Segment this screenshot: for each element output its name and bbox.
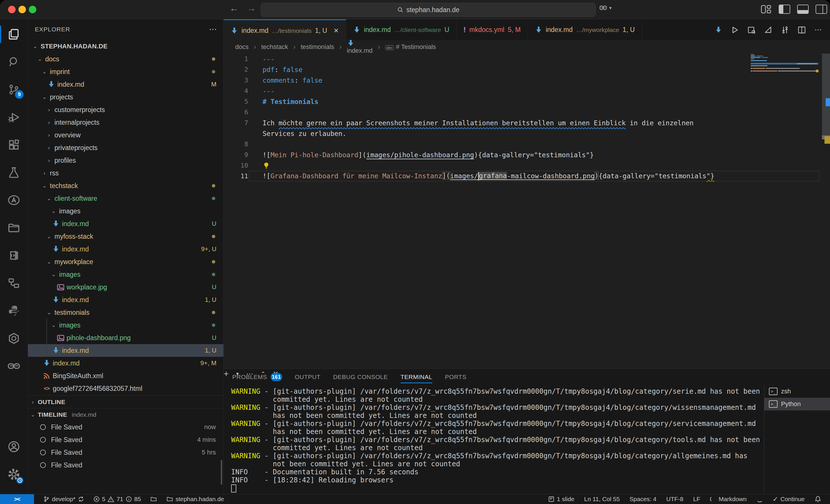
code-line[interactable]: 6: [224, 107, 830, 117]
timeline-item[interactable]: File Saved: [28, 459, 223, 471]
code-line[interactable]: 9![Mein Pi-hole-Dashboard](images/pihole…: [224, 149, 830, 160]
accounts-icon[interactable]: [0, 434, 28, 459]
toggle-primary-sidebar-icon[interactable]: [779, 5, 790, 14]
tree-item-index.md[interactable]: index.md1, U: [28, 294, 223, 306]
lightbulb-icon[interactable]: [262, 162, 270, 169]
tree-item-overview[interactable]: ›overview: [28, 129, 223, 141]
tree-item-workplace.jpg[interactable]: workplace.jpgU: [28, 281, 223, 294]
close-window-button[interactable]: [8, 6, 15, 13]
terminal-output[interactable]: WARNING - [git-authors-plugin] /var/fold…: [224, 385, 764, 495]
tree-item-images[interactable]: ⌄images: [28, 268, 223, 281]
slides-item[interactable]: 1 slide: [548, 496, 574, 503]
editor-tab-index.md[interactable]: index.md…/myworkplace1, U: [528, 19, 642, 40]
eol-item[interactable]: LF: [693, 496, 700, 503]
breadcrumb-item-4[interactable]: abc# Testimonials: [385, 43, 436, 51]
tree-item-images[interactable]: ⌄images: [28, 205, 223, 217]
tree-item-docs[interactable]: ⌄docs: [28, 53, 223, 65]
panel-tab-terminal[interactable]: TERMINAL: [401, 369, 432, 385]
compare-icon[interactable]: [781, 26, 789, 34]
language-mode-item[interactable]: Markdown: [710, 496, 747, 503]
code-line[interactable]: 8: [224, 139, 830, 149]
tree-item-index.md[interactable]: index.md9+, M: [28, 357, 223, 370]
git-branch-item[interactable]: develop*: [43, 496, 84, 503]
workspace-folder-item[interactable]: stephan.hadan.de: [166, 496, 224, 503]
breadcrumb-item-0[interactable]: docs: [235, 43, 248, 51]
split-editor-icon[interactable]: [798, 26, 806, 34]
markdown-preview-icon[interactable]: [715, 26, 722, 34]
python-icon[interactable]: [0, 298, 28, 324]
timeline-item[interactable]: File Savednow: [28, 421, 223, 433]
navigate-back-icon[interactable]: ←: [228, 3, 241, 13]
code-line[interactable]: 2pdf: false: [224, 64, 830, 75]
panel-tab-debug-console[interactable]: DEBUG CONSOLE: [333, 369, 388, 385]
problems-item[interactable]: 5 71 85: [93, 496, 141, 503]
run-icon[interactable]: [731, 26, 739, 34]
command-center-search[interactable]: stephan.hadan.de: [261, 3, 596, 17]
toggle-panel-icon[interactable]: [797, 5, 809, 14]
panel-tab-ports[interactable]: PORTS: [445, 369, 466, 385]
tree-item-testimonials[interactable]: ⌄testimonials: [28, 306, 223, 319]
tree-item-rss[interactable]: ›rss: [28, 167, 223, 179]
tree-item-pihole-dashboard.png[interactable]: pihole-dashboard.pngU: [28, 332, 223, 344]
timeline-item[interactable]: File Saved4 mins: [28, 433, 223, 446]
navigate-forward-icon[interactable]: →: [245, 3, 258, 13]
tree-item-index.md[interactable]: index.md9+, U: [28, 243, 223, 256]
folder-extension-icon[interactable]: [0, 215, 28, 240]
notifications-item[interactable]: [815, 496, 821, 503]
tab-close-icon[interactable]: ✕: [333, 27, 339, 35]
code-line[interactable]: 1---: [224, 54, 830, 64]
tree-item-techstack[interactable]: ⌄techstack: [28, 179, 223, 192]
tree-item-index.md[interactable]: index.mdU: [28, 217, 223, 230]
code-line[interactable]: 10: [224, 160, 830, 171]
toggle-secondary-sidebar-icon[interactable]: [816, 5, 827, 14]
minimap[interactable]: [751, 54, 819, 91]
tree-item-internalprojects[interactable]: ›internalprojects: [28, 116, 223, 129]
tree-item-images[interactable]: ⌄images: [28, 319, 223, 332]
code-editor[interactable]: 1---2pdf: false3comments: false4---5# Te…: [224, 54, 830, 369]
testing-icon[interactable]: [0, 160, 28, 185]
code-line[interactable]: 4---: [224, 86, 830, 96]
search-icon[interactable]: [0, 49, 28, 75]
copilot-menu[interactable]: ▾: [599, 3, 611, 12]
hierarchy-extension-icon[interactable]: [0, 270, 28, 296]
code-line[interactable]: 5# Testimonials: [224, 96, 830, 107]
tree-item-index.md[interactable]: index.mdM: [28, 78, 223, 91]
indentation-item[interactable]: Spaces: 4: [630, 496, 656, 503]
editor-tab-index.md[interactable]: index.md…/testimonials1, U✕: [224, 19, 346, 41]
timeline-section-header[interactable]: ⌄TIMELINE index.md: [28, 408, 223, 421]
sidebar-scrollbar[interactable]: [221, 460, 222, 485]
breadcrumb-item-2[interactable]: testimonials: [300, 43, 334, 51]
settings-gear-icon[interactable]: [0, 462, 28, 487]
panel-tab-output[interactable]: OUTPUT: [295, 369, 320, 385]
circled-a-extension-icon[interactable]: [0, 188, 28, 213]
tree-item-projects[interactable]: ⌄projects: [28, 91, 223, 103]
source-control-icon[interactable]: 9: [0, 77, 28, 102]
folder-shortcut-item[interactable]: [150, 496, 157, 502]
timeline-item[interactable]: File Saved5 hrs: [28, 446, 223, 459]
breadcrumb-item-3[interactable]: index.md: [347, 39, 373, 55]
tree-item-profiles[interactable]: ›profiles: [28, 154, 223, 167]
explorer-icon[interactable]: [0, 22, 28, 47]
code-line[interactable]: 11![Grafana-Dashboard für meine Mailcow-…: [224, 171, 830, 181]
tree-item-STEPHAN.HADAN.DE[interactable]: ⌄STEPHAN.HADAN.DE: [28, 40, 223, 53]
encoding-item[interactable]: UTF-8: [666, 496, 683, 503]
remote-indicator[interactable]: ><: [0, 494, 34, 504]
panel-tab-problems[interactable]: PROBLEMS161: [232, 369, 282, 385]
breadcrumb-item-1[interactable]: techstack: [261, 43, 288, 51]
extensions-icon[interactable]: [0, 132, 28, 158]
tree-item-privateprojects[interactable]: ›privateprojects: [28, 141, 223, 154]
tree-item-BingSiteAuth.xml[interactable]: BingSiteAuth.xml: [28, 370, 223, 382]
tree-item-imprint[interactable]: ⌄imprint: [28, 65, 223, 78]
outline-section-header[interactable]: ›OUTLINE: [28, 396, 223, 408]
more-actions-icon[interactable]: ⋯: [815, 25, 822, 34]
tree-item-myfoss-stack[interactable]: ⌄myfoss-stack: [28, 230, 223, 243]
run-debug-icon[interactable]: [0, 105, 28, 130]
editor-tab-index.md[interactable]: index.md…/client-softwareU: [346, 19, 456, 40]
tree-item-index.md[interactable]: index.md1, U: [28, 344, 223, 357]
code-line[interactable]: 7Ich möchte gerne ein paar Screenshots m…: [224, 117, 830, 128]
cursor-position-item[interactable]: Ln 11, Col 55: [584, 496, 619, 503]
zoom-window-button[interactable]: [29, 6, 36, 13]
customize-layout-icon[interactable]: [761, 5, 772, 13]
continue-item[interactable]: ✓ Continue: [773, 495, 805, 503]
hexagon-extension-icon[interactable]: [0, 326, 28, 351]
